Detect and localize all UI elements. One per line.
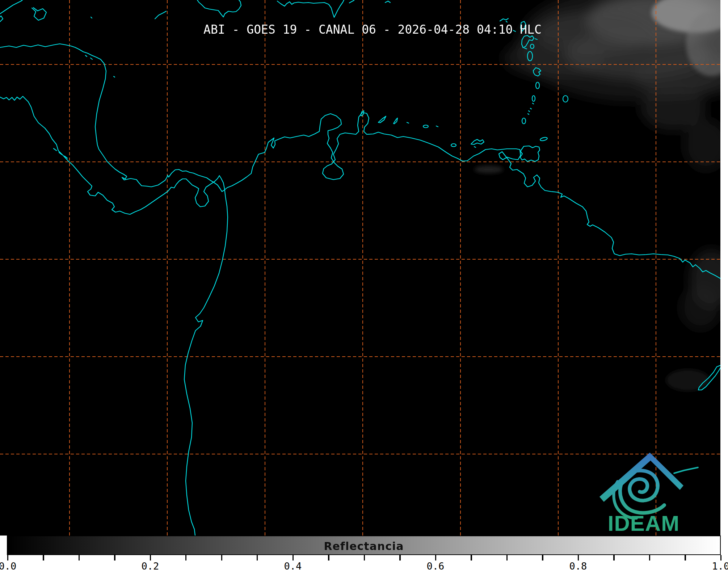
colorbar-tick-label: 0.4	[284, 560, 302, 571]
colorbar-ticks	[7, 555, 722, 560]
colorbar-tick-label: 0.6	[427, 560, 445, 571]
colorbar-label: Reflectancia	[324, 540, 404, 553]
colorbar-tick-label: 1.0	[712, 560, 728, 571]
ideam-logo-text: IDEAM	[608, 513, 679, 534]
map-canvas	[0, 0, 728, 571]
colorbar-tick-label: 0.2	[142, 560, 159, 571]
colorbar-tick-label: 0.8	[569, 560, 587, 571]
colorbar-tick-label: 0.0	[0, 560, 16, 571]
image-title: ABI - GOES 19 - CANAL 06 - 2026-04-28 04…	[203, 22, 542, 37]
satellite-image-viewport: ABI - GOES 19 - CANAL 06 - 2026-04-28 04…	[0, 0, 728, 571]
